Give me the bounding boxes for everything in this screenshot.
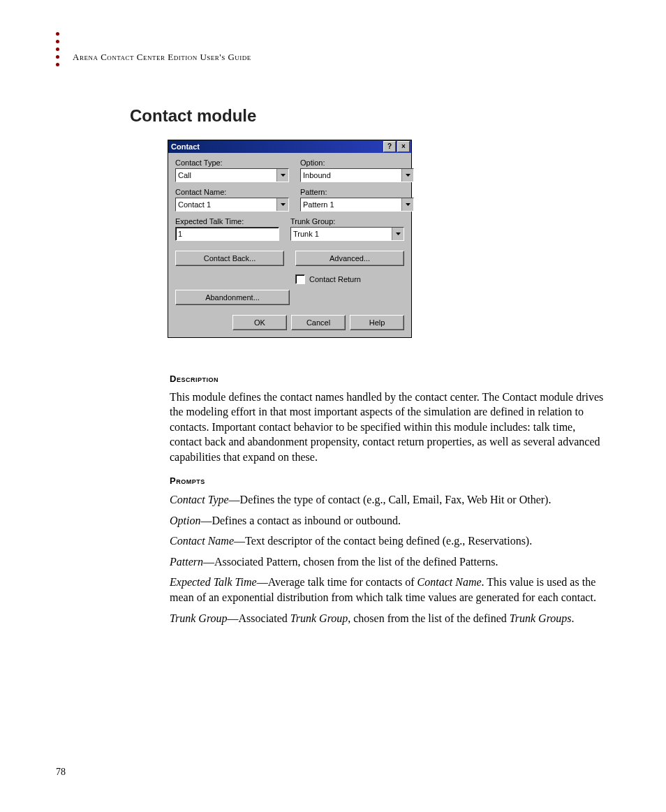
contact-name-input[interactable] [176, 198, 276, 211]
prompt-trunk-group: Trunk Group—Associated Trunk Group, chos… [170, 611, 609, 626]
prompt-contact-type: Contact Type—Defines the type of contact… [170, 492, 609, 508]
contact-return-label: Contact Return [309, 275, 361, 283]
help-icon[interactable]: ? [383, 141, 396, 152]
svg-marker-0 [281, 174, 286, 177]
dialog-screenshot: Contact ? × Contact Type: Option: [168, 140, 412, 338]
cancel-button[interactable]: Cancel [291, 315, 346, 330]
prompt-option: Option—Defines a contact as inbound or o… [170, 513, 609, 529]
label-expected-talk: Expected Talk Time: [175, 217, 279, 226]
prompt-pattern: Pattern—Associated Pattern, chosen from … [170, 554, 609, 570]
svg-marker-1 [406, 174, 410, 177]
svg-marker-2 [281, 203, 286, 206]
expected-talk-input[interactable]: 1 [175, 227, 279, 241]
option-input[interactable] [301, 169, 401, 182]
pattern-input[interactable] [301, 198, 401, 211]
contact-back-button[interactable]: Contact Back... [175, 251, 284, 266]
dialog-title: Contact [171, 142, 382, 151]
trunk-group-input[interactable] [291, 228, 392, 240]
close-icon[interactable]: × [397, 141, 410, 152]
chevron-down-icon[interactable] [401, 169, 413, 182]
svg-marker-4 [396, 232, 401, 235]
titlebar: Contact ? × [168, 140, 411, 153]
label-option: Option: [300, 158, 414, 167]
label-contact-type: Contact Type: [175, 158, 289, 167]
contact-return-checkbox[interactable] [295, 274, 305, 284]
contact-type-combo[interactable] [175, 168, 289, 182]
option-combo[interactable] [300, 168, 414, 182]
prompts-heading: Prompts [170, 475, 609, 487]
running-head: Arena Contact Center Edition User's Guid… [73, 52, 251, 63]
chevron-down-icon[interactable] [276, 169, 288, 182]
contact-name-combo[interactable] [175, 198, 289, 212]
chevron-down-icon[interactable] [401, 198, 413, 211]
label-contact-name: Contact Name: [175, 188, 289, 196]
prompt-expected-talk: Expected Talk Time—Average talk time for… [170, 575, 609, 605]
label-pattern: Pattern: [300, 188, 414, 196]
ok-button[interactable]: OK [232, 315, 287, 330]
abandonment-button[interactable]: Abandonment... [175, 290, 290, 305]
pattern-combo[interactable] [300, 198, 414, 212]
advanced-button[interactable]: Advanced... [295, 251, 404, 266]
trunk-group-combo[interactable] [290, 227, 404, 241]
description-heading: Description [170, 373, 609, 385]
prompt-contact-name: Contact Name—Text descriptor of the cont… [170, 533, 609, 549]
chevron-down-icon[interactable] [392, 228, 404, 240]
page-number: 78 [56, 767, 66, 778]
margin-bullets [56, 32, 59, 66]
svg-marker-3 [406, 203, 410, 206]
help-button[interactable]: Help [350, 315, 404, 330]
description-text: This module defines the contact names ha… [170, 390, 609, 465]
contact-type-input[interactable] [176, 169, 276, 182]
section-title: Contact module [130, 106, 256, 126]
chevron-down-icon[interactable] [276, 198, 288, 211]
label-trunk-group: Trunk Group: [290, 217, 404, 226]
